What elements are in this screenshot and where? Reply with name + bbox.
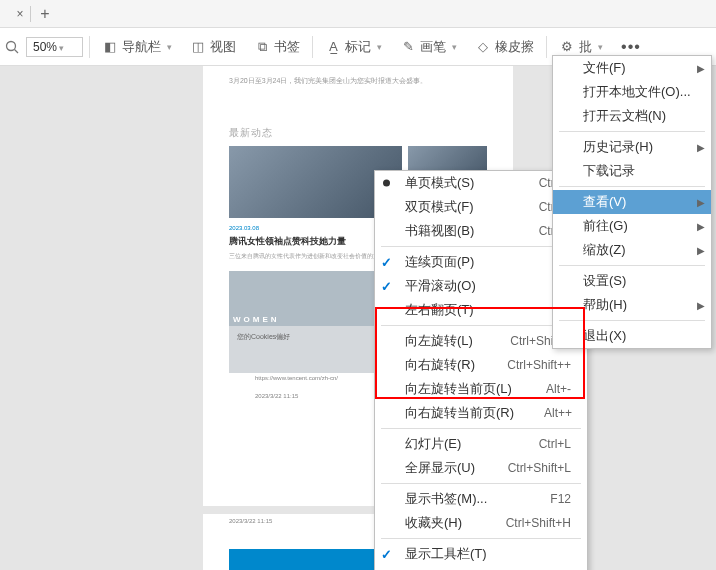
tab-close-button[interactable]: ×	[10, 7, 30, 21]
eraser-button[interactable]: ◇橡皮擦	[469, 34, 540, 60]
menu-item[interactable]: 前往(G)▶	[553, 214, 711, 238]
svg-point-0	[7, 41, 16, 50]
tab-bar: × +	[0, 0, 716, 28]
menu-item[interactable]: 打开本地文件(O)...	[553, 80, 711, 104]
navbar-button[interactable]: ◧导航栏▾	[96, 34, 178, 60]
menu-item[interactable]: 退出(X)	[553, 324, 711, 348]
blue-card-image	[229, 549, 389, 570]
new-tab-button[interactable]: +	[31, 5, 59, 23]
menu-item[interactable]: 缩放(Z)▶	[553, 238, 711, 262]
menu-item[interactable]: ✓显示工具栏(T)	[375, 542, 587, 566]
footer-timestamp: 2023/3/22 11:15	[255, 393, 298, 399]
menu-item[interactable]: 收藏夹(H)Ctrl+Shift+H	[375, 511, 587, 535]
menu-item[interactable]: 向右旋转(R)Ctrl+Shift++	[375, 353, 587, 377]
menu-item[interactable]: 显示书签(M)...F12	[375, 487, 587, 511]
mark-button[interactable]: A̲标记▾	[319, 34, 388, 60]
section-title: 最新动态	[229, 126, 487, 140]
svg-line-1	[15, 49, 19, 53]
page-url: https://www.tencent.com/zh-cn/	[255, 375, 338, 381]
menu-item[interactable]: 下载记录	[553, 159, 711, 183]
menu-item[interactable]: 向左旋转当前页(L)Alt+-	[375, 377, 587, 401]
menu-item[interactable]: 帮助(H)▶	[553, 293, 711, 317]
menu-item[interactable]: 历史记录(H)▶	[553, 135, 711, 159]
menu-item[interactable]: 向右旋转当前页(R)Alt++	[375, 401, 587, 425]
page-meta-text: 3月20日至3月24日，我们完美集团全山为您实时报道大会盛事。	[229, 76, 487, 86]
menu-item[interactable]: 查看(V)▶	[553, 190, 711, 214]
zoom-select[interactable]: 50%▾	[26, 37, 83, 57]
search-icon[interactable]	[4, 39, 20, 55]
view-button[interactable]: ◫视图	[184, 34, 242, 60]
bookmark-button[interactable]: ⧉书签	[248, 34, 306, 60]
menu-item[interactable]: 显示收藏夹(C)F7	[375, 566, 587, 570]
menu-item[interactable]: 打开云文档(N)	[553, 104, 711, 128]
menu-item[interactable]: 幻灯片(E)Ctrl+L	[375, 432, 587, 456]
menu-item[interactable]: 文件(F)▶	[553, 56, 711, 80]
main-menu: 文件(F)▶打开本地文件(O)...打开云文档(N)历史记录(H)▶下载记录查看…	[552, 55, 712, 349]
brush-button[interactable]: ✎画笔▾	[394, 34, 463, 60]
menu-item[interactable]: 全屏显示(U)Ctrl+Shift+L	[375, 456, 587, 480]
menu-item[interactable]: 设置(S)	[553, 269, 711, 293]
